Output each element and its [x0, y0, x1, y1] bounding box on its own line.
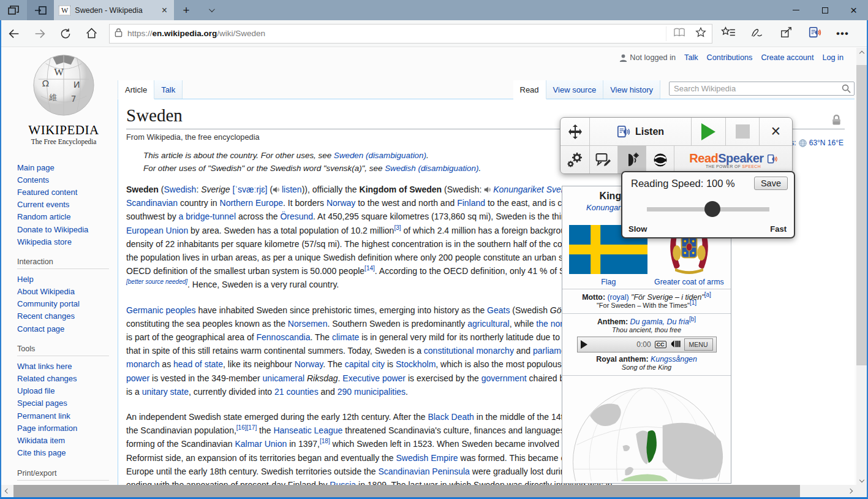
wiki-link[interactable]: Norway [295, 359, 323, 369]
wiki-link[interactable]: agricultural [467, 319, 509, 329]
flag-label[interactable]: Flag [569, 278, 647, 286]
wiki-link[interactable]: Northern Europe [220, 198, 284, 208]
new-tab-button[interactable]: + [174, 0, 198, 20]
reference-link[interactable]: [16][17] [236, 425, 257, 432]
wiki-link[interactable]: a bridge-tunnel [179, 211, 236, 221]
audio-menu-button[interactable]: MENU [684, 338, 713, 351]
sidebar-link[interactable]: About Wikipedia [17, 286, 109, 298]
personal-link-talk[interactable]: Talk [684, 53, 698, 62]
wiki-link[interactable]: climate [332, 332, 359, 342]
sidebar-link[interactable]: What links here [17, 360, 109, 372]
speed-slider[interactable] [647, 199, 769, 223]
volume-icon[interactable] [670, 340, 681, 350]
wiki-link[interactable]: Norsemen [288, 319, 328, 329]
audio-play-icon[interactable] [581, 340, 587, 349]
wiki-link[interactable]: Kungssången [651, 355, 697, 364]
annotate-pen-icon[interactable] [750, 26, 765, 41]
wiki-link[interactable]: Öresund [280, 211, 313, 221]
dictionary-bubble-icon[interactable] [590, 146, 618, 173]
sidebar-link[interactable]: Random article [17, 211, 109, 223]
sidebar-link[interactable]: Related changes [17, 372, 109, 384]
wiki-link[interactable]: listen [282, 185, 302, 194]
wiki-link[interactable]: Stockholm [396, 359, 436, 369]
hub-favorites-icon[interactable] [721, 26, 736, 41]
sidebar-link[interactable]: Featured content [17, 186, 109, 198]
personal-link-contributions[interactable]: Contributions [707, 53, 753, 62]
browser-tab[interactable]: W Sweden - Wikipedia × [54, 0, 174, 20]
address-bar[interactable]: https://en.wikipedia.org/wiki/Sweden [109, 24, 712, 44]
reading-view-icon[interactable] [673, 27, 686, 40]
sidebar-link[interactable]: Contact page [17, 322, 109, 335]
reference-link[interactable]: [1] [690, 299, 696, 306]
wiki-link[interactable]: Germanic peoples [126, 305, 196, 315]
home-icon[interactable] [78, 27, 104, 40]
tab-preview-icon[interactable] [0, 0, 27, 20]
readspeaker-extension-icon[interactable] [808, 26, 821, 41]
vertical-scroll-thumb[interactable] [856, 65, 867, 365]
sidebar-link[interactable]: Recent changes [17, 310, 109, 322]
minimize-button[interactable] [782, 0, 810, 20]
wiki-link[interactable]: Kalmar Union [235, 439, 287, 449]
wiki-link[interactable]: Geats [487, 305, 510, 315]
wiki-link[interactable]: Fennoscandia [256, 332, 310, 342]
wiki-link[interactable]: monarch [126, 359, 159, 369]
sidebar-link[interactable]: Help [17, 273, 109, 285]
wiki-link[interactable]: Swedish (disambiguation) [385, 164, 478, 173]
sidebar-link[interactable]: Donate to Wikipedia [17, 223, 109, 235]
scroll-left-arrow[interactable] [1, 485, 13, 497]
reading-speed-icon[interactable] [618, 146, 646, 173]
sidebar-link[interactable]: Cite this page [17, 447, 109, 459]
sidebar-link[interactable]: Wikidata item [17, 434, 109, 446]
wiki-link[interactable]: (royal) [607, 293, 628, 302]
wiki-link[interactable]: Executive power [342, 373, 406, 383]
tab-article[interactable]: Article [118, 80, 154, 99]
vertical-scrollbar[interactable] [856, 48, 867, 485]
wiki-link[interactable]: Swedish Empire [396, 453, 458, 463]
play-button[interactable] [692, 118, 726, 145]
coat-of-arms-label[interactable]: Greater coat of arms [654, 278, 724, 286]
sidebar-link[interactable]: Permanent link [17, 409, 109, 422]
wiki-link[interactable]: Du gamla, Du fria [630, 318, 689, 326]
horizontal-scrollbar[interactable] [1, 485, 856, 497]
reference-link[interactable]: [3] [394, 224, 401, 231]
sidebar-link[interactable]: Community portal [17, 298, 109, 310]
favorite-star-icon[interactable] [695, 26, 707, 41]
refresh-icon[interactable] [53, 28, 78, 40]
settings-gears-icon[interactable] [560, 146, 590, 173]
tab-close-icon[interactable]: × [160, 5, 169, 16]
reference-link[interactable]: [14] [364, 265, 375, 272]
tab-view-history[interactable]: View history [603, 80, 660, 99]
personal-link-log-in[interactable]: Log in [822, 53, 843, 62]
wiki-link[interactable]: European Union [126, 226, 188, 235]
reference-link[interactable]: [b] [689, 316, 696, 322]
reference-link[interactable]: [18] [320, 438, 330, 445]
settings-more-icon[interactable]: ••• [836, 28, 849, 40]
wiki-link[interactable]: Scandinavian Peninsula [378, 467, 469, 476]
language-globe-icon[interactable] [646, 146, 674, 173]
anthem-audio-player[interactable]: 0:00 CC MENU [577, 337, 717, 352]
sidebar-link[interactable]: Upload file [17, 385, 109, 397]
listen-button[interactable]: Listen [590, 118, 692, 145]
wiki-link[interactable]: Hanseatic League [273, 425, 342, 435]
tab-list-chevron-icon[interactable] [198, 0, 223, 20]
set-aside-tabs-icon[interactable] [27, 0, 54, 20]
forward-icon[interactable] [27, 27, 53, 40]
wiki-link[interactable]: Swedish [164, 185, 196, 194]
back-icon[interactable] [1, 27, 27, 40]
sidebar-link[interactable]: Contents [17, 173, 109, 186]
wiki-link[interactable]: [ˈsvæːrjɛ] [233, 185, 268, 194]
wiki-link[interactable]: capital city [345, 359, 385, 369]
wiki-link[interactable]: constitutional monarchy [424, 346, 514, 356]
slider-handle[interactable] [704, 201, 720, 217]
close-button[interactable]: × [839, 0, 868, 20]
sidebar-link[interactable]: Wikipedia store [17, 235, 109, 248]
scroll-right-arrow[interactable] [844, 485, 856, 497]
wiki-link[interactable]: Finland [457, 198, 485, 208]
tab-read[interactable]: Read [513, 80, 546, 99]
share-icon[interactable] [780, 26, 793, 41]
wiki-link[interactable]: unicameral [263, 373, 304, 383]
wiki-link[interactable]: Black Death [428, 412, 474, 422]
wiki-link[interactable]: government [481, 373, 527, 383]
wikipedia-logo[interactable]: W Ω И 維 7 WIKIPEDIA The Free Encyclopedi… [15, 51, 113, 145]
wiki-link[interactable]: 21 counties [274, 387, 319, 397]
